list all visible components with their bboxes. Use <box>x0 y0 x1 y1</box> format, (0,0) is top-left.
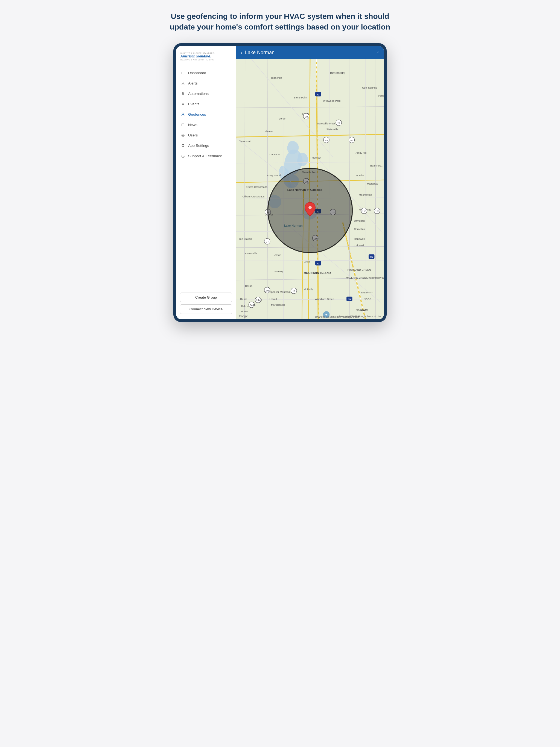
alerts-label: Alerts <box>188 81 198 85</box>
svg-text:2445: 2445 <box>256 299 262 302</box>
sidebar-item-dashboard[interactable]: ⊞ Dashboard <box>176 68 236 78</box>
map-header-left: ‹ Lake Norman <box>240 50 275 55</box>
connect-device-button[interactable]: Connect New Device <box>180 304 232 314</box>
svg-text:Amity Hill: Amity Hill <box>355 151 366 154</box>
svg-text:Pittsburg: Pittsburg <box>378 94 384 97</box>
events-label: Events <box>188 102 199 106</box>
app-settings-label: App Settings <box>188 144 209 148</box>
svg-text:Bear Pop...: Bear Pop... <box>370 164 383 168</box>
svg-text:70: 70 <box>305 115 308 118</box>
svg-text:Iron Station: Iron Station <box>238 237 252 240</box>
svg-text:85: 85 <box>348 298 351 301</box>
svg-text:16: 16 <box>292 290 296 293</box>
sidebar-item-automations[interactable]: Automations <box>176 88 236 99</box>
sidebar-item-events[interactable]: ≡ Events <box>176 99 236 109</box>
logo-area: BUILT TO A HIGHER STANDARD. American Sta… <box>176 48 236 66</box>
svg-text:Mazeppa: Mazeppa <box>367 182 378 185</box>
dashboard-label: Dashboard <box>188 71 206 75</box>
dashboard-icon: ⊞ <box>180 70 185 75</box>
svg-text:Stony Point: Stony Point <box>294 96 307 99</box>
nav-list: ⊞ Dashboard △ Alerts <box>176 66 236 290</box>
create-group-button[interactable]: Create Group <box>180 292 232 302</box>
svg-text:Statesville: Statesville <box>326 128 338 131</box>
back-button[interactable]: ‹ <box>240 50 242 55</box>
svg-text:Mt Holly: Mt Holly <box>304 288 313 291</box>
home-button[interactable]: ⌂ <box>377 50 380 55</box>
svg-text:Mt Ulla: Mt Ulla <box>355 174 364 177</box>
svg-text:Sharon: Sharon <box>265 130 273 133</box>
headline: Use geofencing to inform your HVAC syste… <box>168 11 392 32</box>
svg-text:Alexis: Alexis <box>274 254 281 257</box>
location-title: Lake Norman <box>245 50 275 55</box>
svg-text:Drums Crossroads: Drums Crossroads <box>246 185 268 188</box>
news-label: News <box>188 123 198 127</box>
svg-text:Lowell: Lowell <box>269 298 277 301</box>
svg-point-4 <box>183 113 183 114</box>
svg-text:2446: 2446 <box>250 304 255 307</box>
svg-text:Turnersburg: Turnersburg <box>330 71 345 75</box>
app-settings-icon: ⚙ <box>180 143 185 148</box>
map-svg: Turnersburg Hiddenite Stony Point Wildwo… <box>236 59 384 319</box>
svg-text:Wildwood Park: Wildwood Park <box>323 99 341 102</box>
map-header: ‹ Lake Norman ⌂ <box>236 46 384 59</box>
svg-text:...stonia: ...stonia <box>238 310 248 313</box>
geofences-label: Geofences <box>188 112 206 117</box>
google-watermark: Google <box>239 315 248 318</box>
svg-text:Cornelius: Cornelius <box>354 228 365 231</box>
svg-text:27: 27 <box>266 240 269 243</box>
svg-text:Loray: Loray <box>279 117 285 120</box>
svg-text:Hiddenite: Hiddenite <box>271 77 282 80</box>
sidebar-buttons: Create Group Connect New Device <box>176 290 236 319</box>
svg-text:EASTWAY: EASTWAY <box>360 291 373 294</box>
svg-text:Hopewell: Hopewell <box>354 237 364 240</box>
svg-text:Claremont: Claremont <box>238 140 251 143</box>
svg-text:77: 77 <box>316 262 320 265</box>
users-icon: ◎ <box>180 133 185 137</box>
svg-text:Cool Springs: Cool Springs <box>362 86 377 89</box>
svg-text:85: 85 <box>370 256 373 259</box>
svg-text:Mooresville: Mooresville <box>359 194 372 197</box>
svg-text:Spencer Mountain: Spencer Mountain <box>269 290 290 293</box>
sidebar-item-alerts[interactable]: △ Alerts <box>176 78 236 88</box>
svg-text:Troutman: Troutman <box>310 156 321 159</box>
sidebar-item-news[interactable]: ⊟ News <box>176 120 236 130</box>
svg-text:Catawba: Catawba <box>269 153 280 156</box>
support-label: Support & Feedback <box>188 154 222 158</box>
svg-text:Ranlo: Ranlo <box>240 298 247 301</box>
svg-point-101 <box>308 206 312 209</box>
sidebar-item-users[interactable]: ◎ Users <box>176 130 236 140</box>
svg-text:Woodford Green: Woodford Green <box>315 298 334 301</box>
news-icon: ⊟ <box>180 122 185 127</box>
svg-text:Stanley: Stanley <box>274 270 283 273</box>
alerts-icon: △ <box>180 81 185 85</box>
map-data-credit: Map data ©2020 Google Terms of Use <box>339 315 381 318</box>
logo-built-to: BUILT TO A HIGHER STANDARD. <box>180 52 232 54</box>
svg-text:NODA: NODA <box>364 298 371 301</box>
svg-text:MALLARD CREEK WITHROW DOWNS: MALLARD CREEK WITHROW DOWNS <box>346 277 384 279</box>
sidebar-item-app-settings[interactable]: ⚙ App Settings <box>176 140 236 151</box>
brand-logo: BUILT TO A HIGHER STANDARD. American Sta… <box>180 52 232 61</box>
logo-main-text: American Standard. <box>180 54 232 58</box>
svg-text:Statesville West: Statesville West <box>316 122 335 125</box>
svg-text:115: 115 <box>362 210 366 213</box>
support-icon: ◷ <box>180 153 185 158</box>
sidebar-item-support-feedback[interactable]: ◷ Support & Feedback <box>176 151 236 161</box>
svg-text:Dallas: Dallas <box>245 285 252 288</box>
geofences-icon <box>180 112 185 117</box>
svg-text:Charlotte: Charlotte <box>355 309 368 312</box>
svg-text:Long Island: Long Island <box>267 174 281 177</box>
svg-text:Lucia: Lucia <box>304 260 310 263</box>
svg-text:64: 64 <box>325 139 328 142</box>
svg-text:Lowesville: Lowesville <box>245 252 257 255</box>
sidebar: BUILT TO A HIGHER STANDARD. American Sta… <box>176 46 236 319</box>
tablet-frame: BUILT TO A HIGHER STANDARD. American Sta… <box>173 43 387 322</box>
logo-tagline-text: HEATING & AIR CONDITIONING <box>180 59 232 61</box>
automations-icon <box>180 91 185 96</box>
app-container: BUILT TO A HIGHER STANDARD. American Sta… <box>176 46 384 319</box>
sidebar-item-geofences[interactable]: Geofences <box>176 109 236 120</box>
users-label: Users <box>188 133 198 137</box>
svg-text:MOUNTAIN ISLAND: MOUNTAIN ISLAND <box>304 271 331 275</box>
events-icon: ≡ <box>180 101 185 106</box>
svg-text:Olivers Crossroads: Olivers Crossroads <box>243 195 265 198</box>
main-content: ‹ Lake Norman ⌂ <box>236 46 384 319</box>
